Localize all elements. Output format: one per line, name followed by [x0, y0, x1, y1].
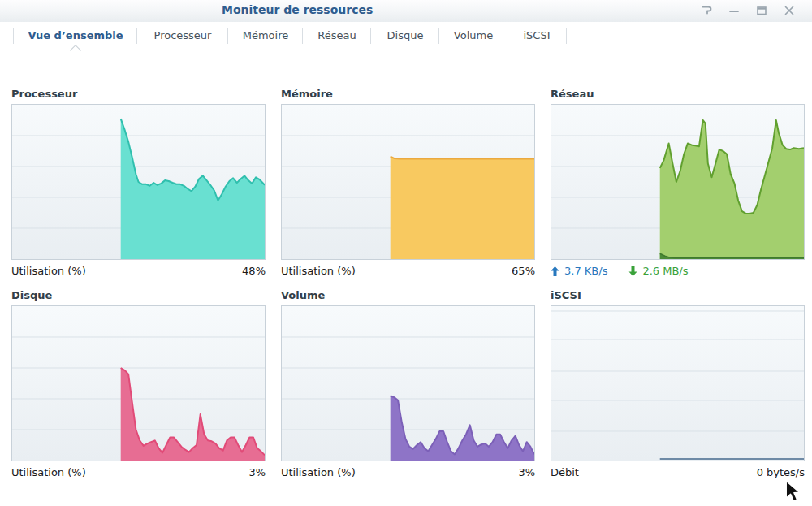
memory-panel-title: Mémoire: [281, 88, 535, 100]
cpu-panel-title: Processeur: [11, 88, 266, 100]
disk-chart: [11, 305, 266, 461]
tab-volume[interactable]: Volume: [439, 22, 508, 49]
cpu-footer-label: Utilisation (%): [11, 265, 86, 277]
memory-footer-label: Utilisation (%): [281, 265, 356, 277]
iscsi-chart: [551, 305, 805, 461]
iscsi-panel: iSCSI Débit 0 bytes/s: [551, 289, 805, 478]
download-arrow-icon: [628, 266, 637, 276]
volume-footer-label: Utilisation (%): [281, 466, 356, 478]
cpu-panel: Processeur Utilisation (%) 48%: [11, 88, 266, 277]
close-icon[interactable]: [783, 4, 796, 17]
iscsi-footer-label: Débit: [551, 466, 579, 478]
download-stat-text: 2.6 MB/s: [642, 265, 688, 277]
maximize-icon[interactable]: [755, 4, 768, 17]
network-chart: [551, 104, 805, 260]
window-controls: [700, 4, 796, 17]
disk-footer-label: Utilisation (%): [11, 466, 86, 478]
volume-chart: [281, 305, 535, 461]
network-footer: 3.7 KB/s 2.6 MB/s: [551, 265, 805, 277]
iscsi-footer-value: 0 bytes/s: [757, 466, 805, 478]
cpu-chart: [11, 104, 266, 260]
memory-chart: [281, 104, 535, 260]
help-icon[interactable]: [700, 4, 713, 17]
upload-stat-text: 3.7 KB/s: [564, 265, 607, 277]
download-stat: 2.6 MB/s: [628, 265, 688, 277]
disk-footer-value: 3%: [248, 466, 266, 478]
memory-footer-value: 65%: [512, 265, 535, 277]
cpu-footer-value: 48%: [242, 265, 266, 277]
iscsi-panel-title: iSCSI: [551, 289, 805, 301]
network-panel-title: Réseau: [551, 88, 805, 100]
memory-panel: Mémoire Utilisation (%) 65%: [281, 88, 535, 277]
volume-footer-value: 3%: [518, 466, 535, 478]
volume-panel-title: Volume: [281, 289, 535, 301]
tab-iscsi[interactable]: iSCSI: [508, 22, 566, 49]
resource-monitor-window: Moniteur de ressources: [0, 0, 812, 506]
tab-bar: Vue d’ensemble Processeur Mémoire Réseau…: [0, 22, 812, 50]
iscsi-footer: Débit 0 bytes/s: [551, 466, 805, 478]
mouse-cursor: [784, 480, 801, 506]
volume-panel: Volume Utilisation (%) 3%: [281, 289, 535, 478]
upload-stat: 3.7 KB/s: [551, 265, 607, 277]
volume-footer: Utilisation (%) 3%: [281, 466, 535, 478]
window-title: Moniteur de ressources: [222, 3, 373, 16]
tab-disque[interactable]: Disque: [371, 22, 439, 49]
minimize-icon[interactable]: [728, 4, 741, 17]
tab-memoire[interactable]: Mémoire: [228, 22, 303, 49]
cpu-footer: Utilisation (%) 48%: [11, 265, 266, 277]
memory-footer: Utilisation (%) 65%: [281, 265, 535, 277]
titlebar: Moniteur de ressources: [0, 0, 812, 22]
disk-footer: Utilisation (%) 3%: [11, 466, 266, 478]
disk-panel: Disque Utilisation (%) 3%: [11, 289, 266, 478]
tab-reseau[interactable]: Réseau: [303, 22, 371, 49]
upload-arrow-icon: [551, 266, 559, 276]
network-panel: Réseau 3.7 KB/s 2.6 MB/s: [551, 88, 805, 277]
disk-panel-title: Disque: [11, 289, 266, 301]
tab-processeur[interactable]: Processeur: [137, 22, 228, 49]
